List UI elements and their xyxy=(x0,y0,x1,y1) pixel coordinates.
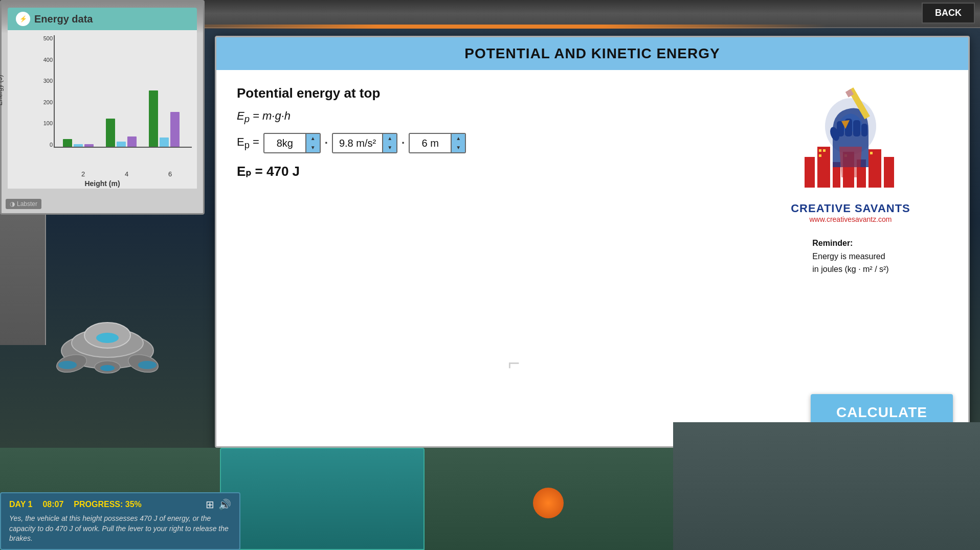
height-value: 6 m xyxy=(410,134,451,152)
labster-badge: ◑ Labster xyxy=(6,199,41,209)
svg-point-6 xyxy=(58,361,77,369)
bar-group-1 xyxy=(63,139,98,147)
bar-g1-green xyxy=(63,139,72,147)
y-tick-200: 200 xyxy=(43,99,53,105)
bar-group-3 xyxy=(149,90,184,147)
reminder-box: Reminder: Energy is measured in joules (… xyxy=(812,237,888,276)
formula-display: Ep = m·g·h xyxy=(237,109,743,125)
result-line: Eₚ = 470 J xyxy=(237,164,743,179)
chart-inner: 500 400 300 200 100 0 xyxy=(13,35,192,184)
panel-title: POTENTIAL AND KINETIC ENERGY xyxy=(464,45,720,61)
mass-arrows: ▲ ▼ xyxy=(305,134,320,152)
svg-rect-25 xyxy=(853,120,860,136)
hud-sound-icon: 🔊 xyxy=(218,498,231,511)
bottom-hud: DAY 1 08:07 PROGRESS: 35% ⊞ 🔊 Yes, the v… xyxy=(0,492,240,550)
bar-g2-purple xyxy=(127,136,137,147)
panel-right: CREATIVE SAVANTS www.creativesavantz.com… xyxy=(753,85,948,276)
height-spinner[interactable]: 6 m ▲ ▼ xyxy=(409,133,466,153)
gravity-value: 9.8 m/s² xyxy=(333,134,382,152)
hud-time: 08:07 xyxy=(42,500,63,509)
chart-area: 500 400 300 200 100 0 xyxy=(8,30,197,189)
bar-g3-cyan xyxy=(160,138,169,147)
result-value: Eₚ = 470 J xyxy=(237,164,300,179)
hud-icons: ⊞ 🔊 xyxy=(206,498,231,511)
y-axis-label: Energy (J) xyxy=(0,75,4,106)
hud-day: DAY 1 xyxy=(9,500,32,509)
svg-rect-10 xyxy=(805,157,815,188)
panel-left: Potential energy at top Ep = m·g·h Ep = … xyxy=(237,85,743,276)
height-up-arrow[interactable]: ▲ xyxy=(452,134,465,143)
svg-rect-11 xyxy=(817,147,830,188)
mass-value: 8kg xyxy=(264,134,305,152)
hud-progress-label: PROGRESS: 35% xyxy=(74,500,142,509)
height-down-arrow[interactable]: ▼ xyxy=(452,143,465,152)
right-side-area xyxy=(673,422,980,550)
svg-rect-15 xyxy=(868,149,881,188)
input-row: Ep = 8kg ▲ ▼ · 9.8 m/s² ▲ ▼ xyxy=(237,133,743,153)
ceiling-orange-strip xyxy=(153,25,827,29)
floor-panel xyxy=(220,448,425,550)
svg-rect-26 xyxy=(861,124,867,136)
y-tick-400: 400 xyxy=(43,57,53,63)
y-tick-0: 0 xyxy=(50,142,53,148)
gravity-arrows: ▲ ▼ xyxy=(382,134,396,152)
reminder-line2: in joules (kg · m² / s²) xyxy=(812,265,888,273)
panel-header: POTENTIAL AND KINETIC ENERGY xyxy=(216,37,968,70)
gravity-up-arrow[interactable]: ▲ xyxy=(383,134,396,143)
svg-point-7 xyxy=(138,361,157,369)
hud-calculator-icon: ⊞ xyxy=(206,498,214,511)
logo-url: www.creativesavantz.com xyxy=(791,215,910,223)
x-label-4: 4 xyxy=(125,170,128,178)
reminder-line1: Energy is measured xyxy=(812,252,885,261)
svg-rect-18 xyxy=(823,149,826,152)
bar-g2-green xyxy=(106,119,115,147)
formula-sub-p1: p xyxy=(244,113,250,124)
section-title: Potential energy at top xyxy=(237,85,743,101)
monitor-icon: ⚡ xyxy=(16,12,30,26)
hud-top-row: DAY 1 08:07 PROGRESS: 35% ⊞ 🔊 xyxy=(9,498,231,511)
formula-prefix: Ep = xyxy=(237,135,259,151)
hud-message: Yes, the vehicle at this height possesse… xyxy=(9,514,231,544)
svg-rect-16 xyxy=(884,157,894,188)
logo-name: CREATIVE SAVANTS xyxy=(791,202,910,215)
bar-g3-green xyxy=(149,90,158,147)
sub-p2: p xyxy=(244,140,250,151)
monitor-title: Energy data xyxy=(34,13,93,25)
logo-area: CREATIVE SAVANTS www.creativesavantz.com xyxy=(791,85,910,223)
svg-point-3 xyxy=(96,333,119,343)
back-button[interactable]: BACK xyxy=(922,3,975,24)
gravity-spinner[interactable]: 9.8 m/s² ▲ ▼ xyxy=(332,133,397,153)
labster-icon: ◑ xyxy=(10,200,15,208)
creative-savants-logo xyxy=(794,85,907,198)
labster-label: Labster xyxy=(17,200,37,208)
svg-rect-19 xyxy=(819,154,821,157)
main-panel: POTENTIAL AND KINETIC ENERGY Potential e… xyxy=(215,36,970,448)
energy-monitor: ⚡ Energy data 500 400 300 200 100 0 xyxy=(0,0,205,215)
floor-orange-button xyxy=(533,488,564,518)
reminder-title: Reminder: xyxy=(812,239,853,247)
bar-g1-cyan xyxy=(74,144,83,147)
gravity-down-arrow[interactable]: ▼ xyxy=(383,143,396,152)
dot-1: · xyxy=(325,136,328,150)
height-arrows: ▲ ▼ xyxy=(451,134,465,152)
panel-body: Potential energy at top Ep = m·g·h Ep = … xyxy=(216,70,968,291)
bar-g1-purple xyxy=(84,144,94,147)
resize-cursor-icon: ⌐ xyxy=(508,352,520,375)
svg-rect-17 xyxy=(819,149,821,152)
x-label-6: 6 xyxy=(168,170,172,178)
y-tick-500: 500 xyxy=(43,35,53,41)
robot-svg xyxy=(31,284,184,386)
robot xyxy=(31,284,194,397)
mass-spinner[interactable]: 8kg ▲ ▼ xyxy=(263,133,321,153)
bar-g3-purple xyxy=(170,112,180,147)
monitor-header: ⚡ Energy data xyxy=(8,8,197,30)
svg-rect-21 xyxy=(870,152,873,154)
bar-g2-cyan xyxy=(117,142,126,147)
y-tick-300: 300 xyxy=(43,78,53,84)
dot-2: · xyxy=(402,136,405,150)
x-label-2: 2 xyxy=(81,170,85,178)
y-tick-100: 100 xyxy=(43,120,53,126)
bar-group-2 xyxy=(106,119,141,147)
mass-up-arrow[interactable]: ▲ xyxy=(306,134,320,143)
mass-down-arrow[interactable]: ▼ xyxy=(306,143,320,152)
